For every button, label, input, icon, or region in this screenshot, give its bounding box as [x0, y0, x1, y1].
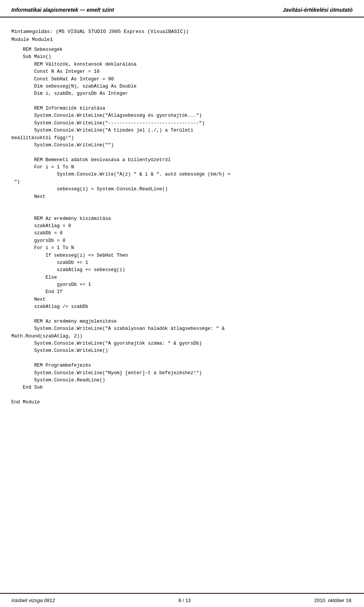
code-block: REM Sebessegek Sub Main() REM Változók, … [11, 46, 353, 406]
footer: írásbeli vizsga 0812 8 / 13 2010. októbe… [0, 593, 364, 607]
intro-line2: Module Module1 [11, 37, 353, 42]
footer-exam-id: írásbeli vizsga 0812 [11, 598, 55, 603]
footer-page-number: 8 / 13 [179, 598, 191, 603]
intro-line1: Mintamegoldás: (MS VISUAL STUDIO 2005 Ex… [11, 29, 353, 35]
page: Informatikai alapismeretek — emelt szint… [0, 0, 364, 607]
header-left-title: Informatikai alapismeretek — emelt szint [11, 7, 114, 13]
header: Informatikai alapismeretek — emelt szint… [0, 0, 364, 17]
footer-date: 2010. október 18. [314, 598, 353, 603]
main-content: Mintamegoldás: (MS VISUAL STUDIO 2005 Ex… [0, 17, 364, 593]
header-right-title: Javítási-értékelési útmutató [283, 7, 353, 13]
